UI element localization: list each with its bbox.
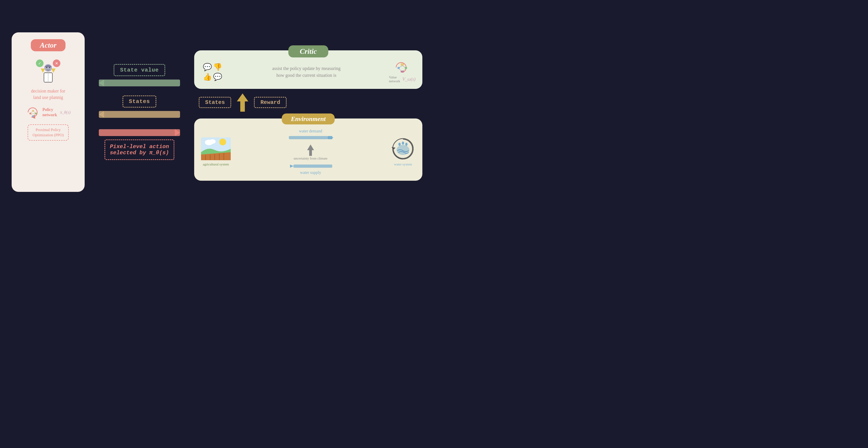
svg-line-33: [399, 66, 402, 68]
water-supply-group: water supply: [238, 163, 383, 175]
svg-line-34: [402, 66, 406, 68]
actor-person-icon: ✓ ✕: [34, 57, 62, 84]
svg-rect-37: [240, 100, 245, 112]
svg-line-35: [399, 69, 402, 72]
ppo-box: Proximal Policy Optimization (PPO): [28, 125, 69, 141]
value-network-icon: [394, 61, 410, 74]
svg-point-59: [398, 143, 401, 146]
main-layout: Actor ✓ ✕: [12, 32, 422, 192]
svg-rect-54: [293, 165, 332, 168]
svg-rect-29: [401, 63, 404, 66]
svg-text:✕: ✕: [55, 61, 58, 66]
environment-box: Environment: [194, 118, 422, 181]
states-reward-row: States Reward: [194, 94, 422, 112]
env-title: Environment: [282, 113, 335, 125]
right-section: Critic 💬 👎 👍 💬 assist the policy update …: [194, 43, 422, 181]
policy-network-row: Policy network π_θ(s): [26, 106, 70, 119]
svg-line-16: [30, 111, 33, 113]
svg-point-9: [46, 67, 48, 68]
svg-point-60: [402, 141, 404, 145]
svg-marker-38: [237, 94, 248, 101]
climate-label: uncertainty from climate: [294, 157, 328, 161]
pixel-action-group: Pixel-level action selected by π_θ(s): [92, 127, 187, 160]
water-system-icon: [391, 137, 415, 160]
water-demand-arrow: [288, 134, 333, 141]
svg-marker-5: [51, 68, 56, 72]
svg-rect-49: [289, 136, 328, 139]
states-mid-label: States: [123, 96, 156, 108]
critic-box: Critic 💬 👎 👍 💬 assist the policy update …: [194, 50, 422, 89]
svg-text:✓: ✓: [38, 61, 41, 66]
pixel-action-arrow: [96, 127, 183, 138]
v-formula: V_ω(s): [403, 76, 415, 82]
actor-title: Actor: [31, 39, 66, 51]
svg-marker-57: [392, 147, 396, 150]
states-right-label: States: [199, 97, 231, 108]
agricultural-label: agricultural system: [203, 163, 229, 166]
agricultural-icon: [201, 137, 231, 160]
decision-maker-text: decision maker for land use plannig: [31, 88, 65, 101]
pi-formula: π_θ(s): [60, 110, 70, 115]
svg-marker-4: [41, 68, 45, 72]
svg-marker-55: [290, 165, 293, 168]
states-arrow: [96, 109, 183, 120]
value-network-label: Value network: [389, 75, 400, 83]
svg-point-42: [219, 139, 226, 145]
svg-point-10: [49, 67, 51, 68]
critic-content: 💬 👎 👍 💬 assist the policy update by meas…: [201, 61, 415, 83]
state-value-label: State value: [114, 64, 165, 76]
feedback-icons: 💬 👎 👍 💬: [201, 63, 224, 81]
critic-title: Critic: [288, 45, 328, 58]
actor-box: Actor ✓ ✕: [12, 32, 85, 192]
diagram-container: Actor ✓ ✕: [0, 0, 434, 224]
ppo-text: Proximal Policy Optimization (PPO): [33, 127, 64, 138]
agricultural-system: agricultural system: [201, 137, 231, 166]
policy-network-label: Policy network: [42, 107, 57, 118]
pixel-action-label: Pixel-level action selected by π_θ(s): [104, 139, 174, 160]
svg-rect-22: [99, 79, 180, 87]
env-content: agricultural system water demand: [201, 129, 415, 175]
svg-point-61: [405, 143, 407, 146]
svg-line-18: [30, 113, 33, 116]
climate-up-arrow: [306, 144, 315, 156]
svg-line-17: [33, 111, 36, 113]
water-system: water system: [391, 137, 415, 166]
critic-right: Value network V_ω(s): [389, 61, 415, 83]
up-arrow: [236, 94, 249, 112]
water-demand-label: water demand: [299, 129, 322, 134]
state-value-group: State value: [92, 64, 187, 89]
water-flow-section: water demand: [238, 129, 383, 175]
water-system-label: water system: [394, 163, 412, 166]
critic-description: assist the policy update by measuring ho…: [228, 65, 384, 79]
svg-rect-24: [99, 111, 180, 118]
water-supply-arrow: [288, 163, 333, 170]
svg-point-41: [209, 139, 216, 144]
water-demand-group: water demand: [238, 129, 383, 141]
middle-arrows-section: State value States: [92, 64, 187, 160]
svg-rect-26: [99, 129, 180, 136]
water-supply-label: water supply: [300, 170, 321, 175]
climate-group: uncertainty from climate: [238, 144, 383, 161]
reward-label: Reward: [254, 97, 286, 108]
svg-marker-53: [307, 144, 314, 150]
states-mid-group: States: [92, 96, 187, 120]
policy-network-icon: [26, 106, 41, 119]
state-value-arrow: [96, 77, 183, 89]
